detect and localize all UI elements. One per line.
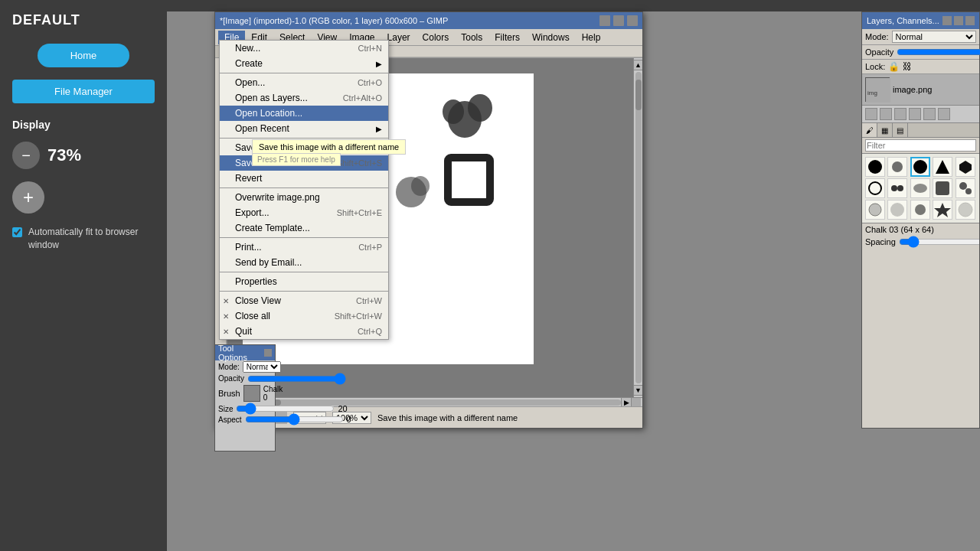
- menu-new[interactable]: New... Ctrl+N: [220, 41, 388, 56]
- scroll-up-button[interactable]: ▲: [633, 60, 643, 70]
- menu-create[interactable]: Create ▶: [220, 56, 388, 71]
- brush-item[interactable]: [865, 178, 885, 198]
- menu-sep-3: [220, 187, 388, 188]
- size-tool-row: Size 20: [215, 403, 275, 414]
- menu-send-email[interactable]: Send by Email...: [220, 255, 388, 270]
- opacity-slider[interactable]: [897, 47, 980, 57]
- menu-colors[interactable]: Colors: [416, 31, 456, 44]
- svg-rect-19: [936, 181, 949, 195]
- panel-maximize[interactable]: [954, 16, 963, 25]
- brush-item[interactable]: [910, 178, 930, 198]
- brush-item[interactable]: [933, 157, 952, 177]
- menu-windows[interactable]: Windows: [526, 31, 576, 44]
- menu-close-view[interactable]: ✕ Close View Ctrl+W: [220, 293, 388, 308]
- tool-opacity-slider[interactable]: [247, 375, 346, 383]
- home-button[interactable]: Home: [38, 44, 129, 67]
- menu-properties[interactable]: Properties: [220, 274, 388, 289]
- menu-create-template[interactable]: Create Template...: [220, 220, 388, 236]
- svg-marker-13: [936, 160, 949, 174]
- scroll-down-button[interactable]: ▼: [633, 385, 643, 396]
- layer-name: image.png: [893, 85, 932, 94]
- panel-close[interactable]: [965, 16, 975, 25]
- opacity-label: Opacity: [865, 47, 893, 57]
- menu-quit[interactable]: ✕ Quit Ctrl+Q: [220, 324, 388, 339]
- brush-item[interactable]: [956, 200, 975, 220]
- svg-point-12: [913, 160, 927, 174]
- svg-point-3: [468, 94, 492, 122]
- tool-aspect-slider[interactable]: [245, 416, 344, 423]
- brush-item[interactable]: [956, 157, 975, 177]
- brush-item[interactable]: [933, 178, 952, 198]
- menu-open[interactable]: Open... Ctrl+O: [220, 75, 388, 90]
- menu-save-as-shortcut: Shift+Ctrl+S: [337, 158, 382, 168]
- auto-fit-checkbox[interactable]: [12, 227, 22, 237]
- mode-label: Mode:: [865, 32, 889, 41]
- gradients-tab[interactable]: ▤: [893, 123, 908, 137]
- minimize-button[interactable]: [599, 15, 610, 26]
- menu-send-email-label: Send by Email...: [235, 257, 382, 268]
- lock-icon[interactable]: 🔒: [888, 61, 900, 72]
- duplicate-layer-icon[interactable]: [909, 108, 921, 120]
- zoom-out-button[interactable]: −: [12, 142, 40, 169]
- tool-options-panel: Tool Options Mode: Normal Opacity Brush …: [214, 344, 276, 452]
- brush-item[interactable]: [887, 178, 907, 198]
- close-button[interactable]: [627, 15, 638, 26]
- maximize-button[interactable]: [613, 15, 624, 26]
- brush-item[interactable]: [910, 200, 930, 220]
- menu-close-all[interactable]: ✕ Close all Shift+Ctrl+W: [220, 308, 388, 324]
- tool-options-arrow[interactable]: [264, 349, 272, 357]
- menu-open-as-layers-label: Open as Layers...: [235, 93, 335, 103]
- zoom-fit-icon[interactable]: [632, 398, 641, 407]
- zoom-percent: 73%: [47, 145, 81, 165]
- v-scroll-thumb[interactable]: [635, 80, 642, 110]
- layer-mode-select[interactable]: Normal Multiply Screen: [892, 31, 976, 43]
- brush-item[interactable]: [887, 157, 907, 177]
- menu-tools[interactable]: Tools: [455, 31, 488, 44]
- svg-rect-5: [448, 158, 490, 202]
- menu-open-location[interactable]: Open Location...: [220, 106, 388, 121]
- brushes-filter-input[interactable]: [865, 139, 976, 152]
- menu-open-recent[interactable]: Open Recent ▶: [220, 121, 388, 136]
- menu-export[interactable]: Export... Shift+Ctrl+E: [220, 205, 388, 220]
- auto-fit-row: Automatically fit to browser window: [12, 226, 155, 252]
- delete-layer-icon[interactable]: [938, 108, 950, 120]
- tool-mode-select[interactable]: Normal: [243, 361, 281, 373]
- zoom-in-button[interactable]: +: [12, 181, 44, 214]
- brush-item[interactable]: [933, 200, 952, 220]
- menu-help[interactable]: Help: [576, 31, 607, 44]
- brush-item[interactable]: [865, 200, 885, 220]
- patterns-tab[interactable]: ▦: [877, 123, 893, 137]
- raise-layer-icon[interactable]: [880, 108, 892, 120]
- aspect-value: 0: [347, 415, 351, 424]
- menu-revert[interactable]: Revert: [220, 171, 388, 186]
- vertical-scrollbar[interactable]: ▲ ▼: [633, 58, 642, 397]
- panel-minimize[interactable]: [942, 16, 952, 25]
- menu-create-template-label: Create Template...: [235, 223, 382, 233]
- anchor-layer-icon[interactable]: [923, 108, 936, 120]
- brush-item[interactable]: [956, 178, 975, 198]
- menu-new-label: New...: [235, 43, 351, 54]
- spacing-label: Spacing: [865, 237, 896, 246]
- lower-layer-icon[interactable]: [894, 108, 906, 120]
- brush-item[interactable]: [865, 157, 885, 177]
- layer-action-bar: [862, 106, 979, 123]
- brush-icon[interactable]: [243, 385, 260, 402]
- svg-point-18: [913, 184, 927, 193]
- file-manager-button[interactable]: File Manager: [12, 80, 155, 103]
- tool-size-slider[interactable]: [236, 405, 335, 412]
- layer-thumbnail-row[interactable]: img image.png: [862, 74, 979, 106]
- size-value: 20: [338, 404, 347, 413]
- chain-icon[interactable]: ⛓: [903, 61, 912, 72]
- brush-item[interactable]: [887, 200, 907, 220]
- brushes-spacing-row: Spacing 20.0: [862, 236, 979, 248]
- menu-create-label: Create: [235, 58, 376, 69]
- menu-print[interactable]: Print... Ctrl+P: [220, 240, 388, 255]
- brushes-filter-row: [862, 138, 979, 154]
- brush-item-selected[interactable]: [910, 157, 930, 177]
- menu-overwrite[interactable]: Overwrite image.png: [220, 190, 388, 205]
- menu-filters[interactable]: Filters: [488, 31, 526, 44]
- menu-open-as-layers[interactable]: Open as Layers... Ctrl+Alt+O: [220, 90, 388, 106]
- brushes-tab[interactable]: 🖌: [862, 123, 877, 137]
- new-layer-icon[interactable]: [865, 108, 877, 120]
- spacing-slider[interactable]: [899, 237, 979, 246]
